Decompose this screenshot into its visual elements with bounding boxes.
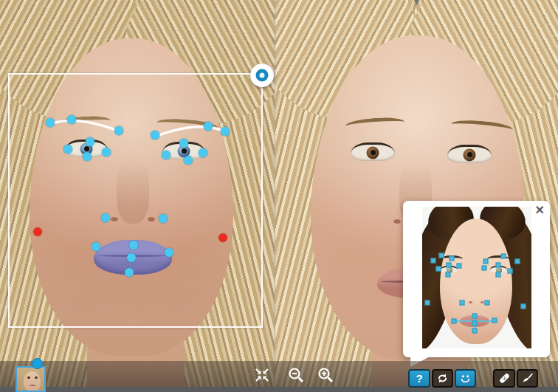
ref-left-eye-inner-square — [457, 264, 462, 269]
right-iris — [464, 148, 476, 161]
ref-left-brow-outer-square — [431, 258, 436, 264]
ref-left-nostril — [469, 301, 472, 303]
left-brow-inner-dot[interactable] — [114, 126, 123, 135]
ref-left-brow-inner-square — [450, 256, 455, 261]
left-nostril — [393, 219, 401, 224]
face-selection-box[interactable] — [8, 73, 263, 328]
bandage-icon — [497, 371, 512, 385]
ref-mouth-left-square — [452, 319, 457, 324]
bottom-toolbar: ? — [0, 361, 558, 387]
ref-right-brow-outer-square — [515, 259, 520, 264]
rotate-handle[interactable] — [250, 63, 274, 87]
right-brow-outer-dot[interactable] — [221, 127, 230, 136]
right-cheek-marker-dot[interactable] — [219, 234, 227, 242]
close-icon[interactable]: ✕ — [535, 204, 545, 217]
smiley-face-icon — [458, 371, 472, 385]
ref-right-eye-outer-square — [508, 269, 513, 274]
left-brow-mid-dot[interactable] — [67, 115, 76, 124]
photo-thumbnail[interactable] — [16, 366, 46, 392]
left-eye-top-dot[interactable] — [86, 137, 94, 146]
right-eye-outer-dot[interactable] — [199, 148, 207, 157]
thumbnail-eye — [35, 376, 38, 379]
ref-left-eye-bottom-square — [446, 272, 451, 278]
left-eye-inner-dot[interactable] — [102, 148, 111, 157]
face-points-button[interactable] — [455, 369, 476, 388]
ref-right-brow-inner-square — [483, 259, 489, 264]
right-eye-top-dot[interactable] — [179, 139, 188, 148]
right-pupil — [467, 152, 472, 157]
nose-left-dot[interactable] — [101, 213, 110, 222]
reference-face-photo — [422, 207, 531, 348]
left-eye — [351, 142, 395, 161]
ref-right-eye-inner-square — [482, 266, 487, 271]
collapse-arrows-icon[interactable] — [253, 366, 271, 384]
ref-mouth-center-square — [472, 321, 478, 326]
zoom-out-icon[interactable] — [287, 366, 305, 384]
paintbrush-icon — [520, 371, 534, 385]
ref-nose-left-square — [460, 300, 465, 306]
ref-left-brow-mid-square — [439, 253, 444, 258]
right-eye — [447, 145, 492, 163]
ref-right-eye-top-square — [496, 263, 501, 268]
left-eye-bottom-dot[interactable] — [83, 152, 92, 161]
bottom-strip — [0, 387, 558, 392]
ref-right-cheek-square — [521, 304, 526, 309]
ref-left-cheek-square — [425, 300, 430, 306]
mouth-left-corner-dot[interactable] — [92, 242, 100, 251]
thumbnail-mouth — [30, 385, 35, 386]
ref-mouth-top-square — [472, 314, 478, 319]
compare-refresh-button[interactable] — [432, 369, 453, 388]
active-photo-badge — [32, 358, 43, 369]
left-brow-outer-dot[interactable] — [46, 118, 55, 127]
right-brow-inner-dot[interactable] — [151, 131, 159, 140]
right-eye-bottom-dot[interactable] — [184, 156, 193, 165]
left-cheek-marker-dot[interactable] — [34, 228, 42, 236]
left-pupil — [371, 150, 376, 155]
photo-split-divider — [275, 0, 275, 388]
rotate-handle-ring-icon — [256, 69, 269, 82]
blemish-remover-button[interactable] — [493, 369, 515, 388]
makeup-brush-button[interactable] — [517, 369, 538, 388]
mouth-center-dot[interactable] — [127, 253, 136, 262]
app-window: ✕ — [0, 0, 558, 392]
ref-right-eye-bottom-square — [496, 272, 501, 278]
landmark-help-popup: ✕ — [403, 201, 550, 357]
mouth-bottom-dot[interactable] — [125, 268, 134, 277]
left-eye-outer-dot[interactable] — [63, 145, 72, 154]
question-mark-icon: ? — [416, 372, 422, 385]
ref-mouth-bottom-square — [472, 329, 478, 334]
help-button[interactable]: ? — [408, 369, 430, 388]
mouth-right-corner-dot[interactable] — [165, 248, 173, 257]
right-brow-mid-dot[interactable] — [204, 122, 213, 131]
nose-right-dot[interactable] — [159, 214, 168, 223]
left-iris — [367, 146, 379, 159]
ref-nose-right-square — [485, 300, 490, 306]
right-eye-inner-dot[interactable] — [162, 151, 170, 159]
refresh-arrows-icon — [435, 371, 450, 385]
thumbnail-face — [24, 371, 41, 392]
ref-right-eyebrow — [487, 255, 509, 263]
thumbnail-eye — [27, 376, 30, 379]
mouth-top-dot[interactable] — [129, 241, 138, 250]
ref-mouth-right-square — [492, 318, 497, 323]
zoom-in-icon[interactable] — [317, 366, 334, 384]
ref-left-eye-outer-square — [436, 267, 441, 272]
ref-right-brow-mid-square — [501, 254, 506, 259]
ref-left-eye-top-square — [447, 263, 452, 268]
ref-right-nostril — [480, 301, 484, 303]
